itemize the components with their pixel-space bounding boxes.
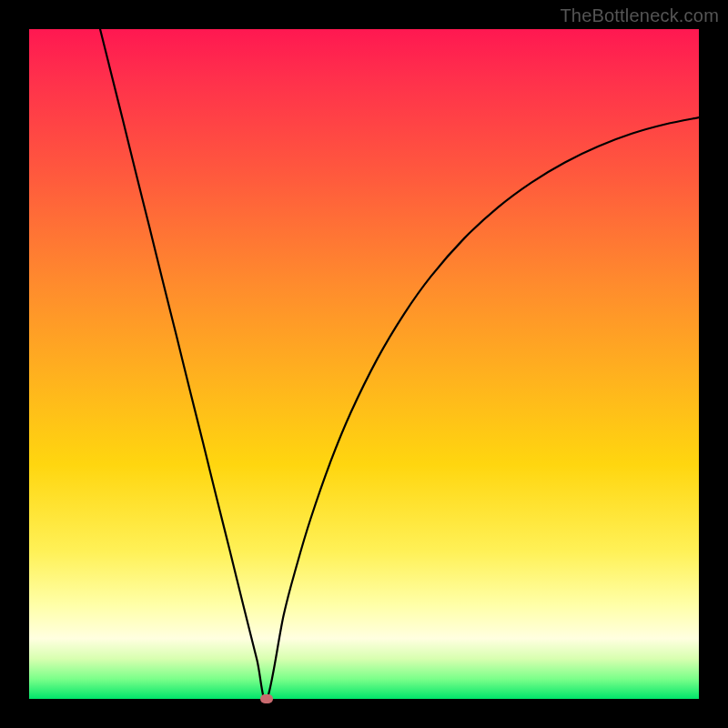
bottleneck-curve [29,29,699,699]
chart-frame: TheBottleneck.com [0,0,728,728]
watermark-text: TheBottleneck.com [560,5,719,26]
optimum-marker [260,694,273,703]
plot-area [29,29,699,699]
